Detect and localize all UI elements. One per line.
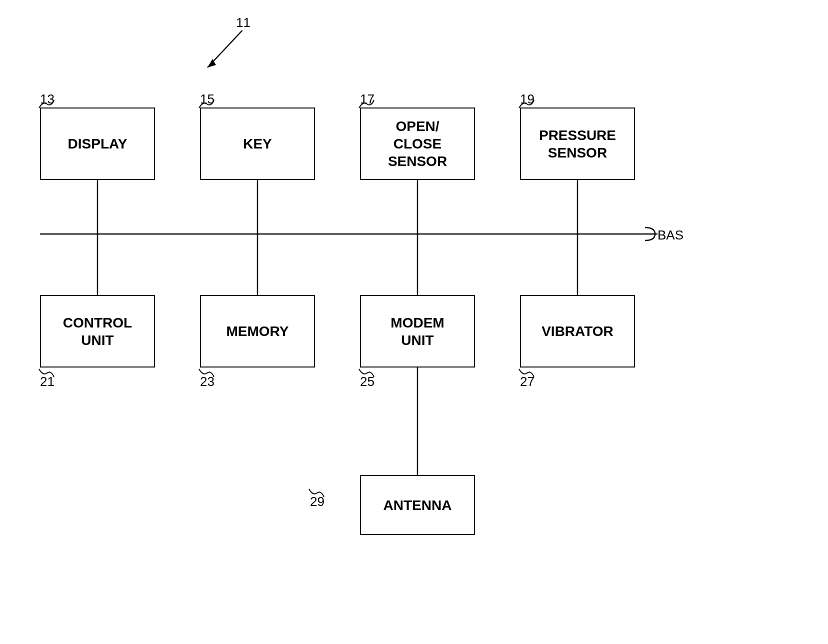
ref-15-tab [199, 99, 214, 109]
control-unit-block: CONTROLUNIT [40, 295, 155, 368]
pressure-sensor-block: PRESSURESENSOR [520, 108, 635, 180]
ref-27-tab [519, 368, 534, 378]
ref-23-tab [199, 368, 214, 378]
ref-21-tab [39, 368, 54, 378]
key-block: KEY [200, 108, 315, 180]
ref-19-tab [519, 99, 534, 109]
open-close-sensor-block: OPEN/CLOSESENSOR [360, 108, 475, 180]
ref-25-tab [359, 368, 374, 378]
diagram: 11 BAS DISPLAY 13 KEY 15 OPEN/CLOSESENSO… [0, 0, 828, 644]
memory-block: MEMORY [200, 295, 315, 368]
vibrator-block: VIBRATOR [520, 295, 635, 368]
svg-marker-1 [208, 59, 216, 68]
ref-17-tab [359, 99, 374, 109]
ref-13-tab [39, 99, 54, 109]
ref-29-tab [309, 488, 324, 498]
antenna-block: ANTENNA [360, 475, 475, 535]
bus-label: BAS [658, 228, 684, 243]
svg-line-0 [208, 28, 245, 68]
display-block: DISPLAY [40, 108, 155, 180]
ref-11: 11 [236, 15, 250, 30]
modem-unit-block: MODEMUNIT [360, 295, 475, 368]
